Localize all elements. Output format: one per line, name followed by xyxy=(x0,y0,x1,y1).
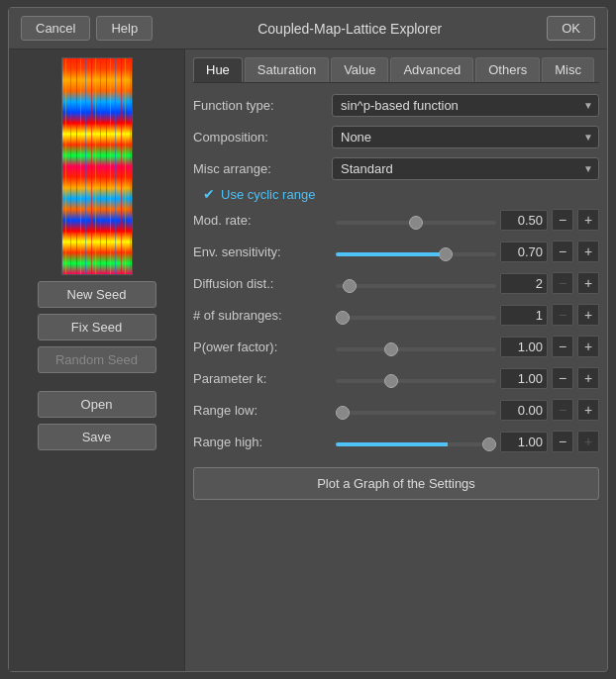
subranges-slider-wrap xyxy=(332,308,500,323)
right-panel: Hue Saturation Value Advanced Others Mis… xyxy=(185,49,607,671)
plot-button[interactable]: Plot a Graph of the Settings xyxy=(193,467,599,500)
diffusion-dist-value-input[interactable] xyxy=(500,273,548,294)
help-button[interactable]: Help xyxy=(96,16,153,41)
main-body: New Seed Fix Seed Random Seed Open Save … xyxy=(9,49,607,671)
subranges-increment-button[interactable]: + xyxy=(577,304,599,326)
misc-arrange-label: Misc arrange: xyxy=(193,161,332,176)
parameter-k-slider-wrap xyxy=(332,371,500,386)
random-seed-button[interactable]: Random Seed xyxy=(38,346,156,373)
tab-advanced[interactable]: Advanced xyxy=(390,57,473,82)
diffusion-dist-label: Diffusion dist.: xyxy=(193,276,332,291)
misc-arrange-row: Misc arrange: Standard Custom ▼ xyxy=(193,154,599,182)
parameter-k-increment-button[interactable]: + xyxy=(577,367,599,389)
range-high-input-row: − + xyxy=(500,431,599,452)
diffusion-dist-decrement-button[interactable]: − xyxy=(552,272,573,294)
range-high-slider[interactable] xyxy=(336,442,496,446)
mod-rate-decrement-button[interactable]: − xyxy=(552,209,573,231)
tab-value[interactable]: Value xyxy=(331,57,388,82)
composition-select[interactable]: None Composition 1 xyxy=(332,126,599,148)
env-sensitivity-slider-wrap xyxy=(332,244,500,259)
range-low-input-row: − + xyxy=(500,399,599,421)
env-sensitivity-value-input[interactable] xyxy=(500,242,548,262)
fix-seed-button[interactable]: Fix Seed xyxy=(38,314,156,340)
composition-select-wrap: None Composition 1 ▼ xyxy=(332,126,599,148)
range-low-slider-wrap xyxy=(332,403,500,418)
title-bar-left-buttons: Cancel Help xyxy=(21,16,153,41)
preview-image xyxy=(61,57,133,275)
mod-rate-increment-button[interactable]: + xyxy=(577,209,599,231)
range-low-row: Range low: − + xyxy=(193,396,599,424)
parameter-k-decrement-button[interactable]: − xyxy=(552,367,573,389)
dialog-title: Coupled-Map-Lattice Explorer xyxy=(257,21,442,37)
main-dialog: Cancel Help Coupled-Map-Lattice Explorer… xyxy=(8,7,608,672)
env-sensitivity-input-row: − + xyxy=(500,241,599,262)
subranges-decrement-button[interactable]: − xyxy=(552,304,573,326)
range-low-value-input[interactable] xyxy=(500,400,548,421)
open-button[interactable]: Open xyxy=(38,391,156,418)
range-high-increment-button[interactable]: + xyxy=(577,431,599,452)
diffusion-dist-slider[interactable] xyxy=(336,284,496,288)
function-type-select[interactable]: sin^p-based function cos^p-based functio… xyxy=(332,94,599,117)
diffusion-dist-slider-wrap xyxy=(332,276,500,291)
env-sensitivity-decrement-button[interactable]: − xyxy=(552,241,573,262)
ok-button[interactable]: OK xyxy=(547,16,595,41)
power-factor-row: P(ower factor): − + xyxy=(193,333,599,360)
cyclic-check-icon: ✔ xyxy=(203,186,215,202)
tab-misc[interactable]: Misc xyxy=(542,57,594,82)
env-sensitivity-row: Env. sensitivity: − + xyxy=(193,238,599,265)
range-high-row: Range high: − + xyxy=(193,428,599,455)
diffusion-dist-row: Diffusion dist.: − + xyxy=(193,269,599,297)
power-factor-increment-button[interactable]: + xyxy=(577,336,599,357)
parameter-k-row: Parameter k: − + xyxy=(193,364,599,392)
cyclic-range-row: ✔ Use cyclic range xyxy=(193,186,599,202)
parameter-k-label: Parameter k: xyxy=(193,371,332,386)
subranges-slider[interactable] xyxy=(336,316,496,320)
range-high-decrement-button[interactable]: − xyxy=(552,431,573,452)
subranges-value-input[interactable] xyxy=(500,305,548,326)
power-factor-label: P(ower factor): xyxy=(193,340,332,354)
cyclic-range-label[interactable]: Use cyclic range xyxy=(221,187,315,202)
power-factor-slider-wrap xyxy=(332,340,500,354)
left-panel: New Seed Fix Seed Random Seed Open Save xyxy=(9,49,185,671)
range-low-decrement-button[interactable]: − xyxy=(552,399,573,421)
range-low-label: Range low: xyxy=(193,403,332,418)
power-factor-value-input[interactable] xyxy=(500,337,548,357)
power-factor-slider[interactable] xyxy=(336,347,496,351)
function-type-label: Function type: xyxy=(193,98,332,113)
mod-rate-slider[interactable] xyxy=(336,221,496,225)
env-sensitivity-label: Env. sensitivity: xyxy=(193,244,332,259)
save-button[interactable]: Save xyxy=(38,424,156,450)
title-bar: Cancel Help Coupled-Map-Lattice Explorer… xyxy=(9,8,607,49)
tab-hue[interactable]: Hue xyxy=(193,57,243,82)
range-low-slider[interactable] xyxy=(336,411,496,415)
tab-others[interactable]: Others xyxy=(475,57,540,82)
mod-rate-value-input[interactable] xyxy=(500,210,548,231)
range-high-label: Range high: xyxy=(193,435,332,449)
function-type-select-wrap: sin^p-based function cos^p-based functio… xyxy=(332,94,599,117)
tab-bar: Hue Saturation Value Advanced Others Mis… xyxy=(193,57,599,83)
range-low-increment-button[interactable]: + xyxy=(577,399,599,421)
range-high-slider-wrap xyxy=(332,435,500,449)
mod-rate-input-row: − + xyxy=(500,209,599,231)
mod-rate-label: Mod. rate: xyxy=(193,213,332,228)
diffusion-dist-input-row: − + xyxy=(500,272,599,294)
composition-label: Composition: xyxy=(193,130,332,145)
diffusion-dist-increment-button[interactable]: + xyxy=(577,272,599,294)
power-factor-decrement-button[interactable]: − xyxy=(552,336,573,357)
misc-arrange-select-wrap: Standard Custom ▼ xyxy=(332,157,599,180)
new-seed-button[interactable]: New Seed xyxy=(38,281,156,308)
tab-saturation[interactable]: Saturation xyxy=(245,57,329,82)
parameter-k-slider[interactable] xyxy=(336,379,496,383)
env-sensitivity-slider[interactable] xyxy=(336,252,496,256)
power-factor-input-row: − + xyxy=(500,336,599,357)
subranges-row: # of subranges: − + xyxy=(193,301,599,329)
env-sensitivity-increment-button[interactable]: + xyxy=(577,241,599,262)
range-high-value-input[interactable] xyxy=(500,432,548,452)
subranges-label: # of subranges: xyxy=(193,308,332,323)
function-type-row: Function type: sin^p-based function cos^… xyxy=(193,91,599,119)
parameter-k-value-input[interactable] xyxy=(500,368,548,389)
composition-row: Composition: None Composition 1 ▼ xyxy=(193,123,599,150)
mod-rate-slider-wrap xyxy=(332,213,500,228)
misc-arrange-select[interactable]: Standard Custom xyxy=(332,157,599,180)
cancel-button[interactable]: Cancel xyxy=(21,16,90,41)
